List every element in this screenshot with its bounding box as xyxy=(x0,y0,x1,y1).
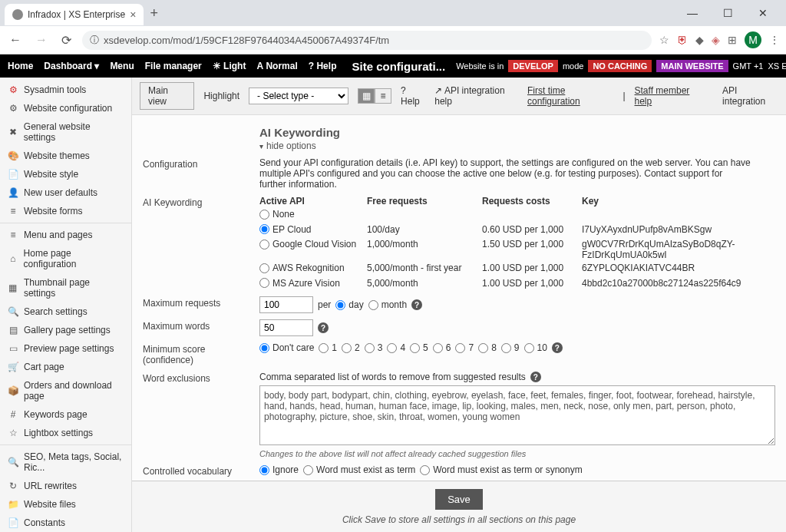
radio-score-6[interactable]: 6 xyxy=(433,342,451,353)
sidebar-label: General website settings xyxy=(24,121,124,143)
sidebar-item[interactable]: 📁Website files xyxy=(0,495,131,514)
menu-normal[interactable]: A Normal xyxy=(256,61,297,71)
sidebar-item[interactable]: 📄Constants xyxy=(0,514,131,532)
sidebar-item[interactable]: ▦Thumbnail page settings xyxy=(0,273,131,302)
sidebar-icon: 📄 xyxy=(8,517,18,528)
sidebar-item[interactable]: 📄Website style xyxy=(0,165,131,183)
help-icon[interactable]: ? xyxy=(552,342,563,353)
profile-avatar[interactable]: M xyxy=(745,31,761,48)
api-cell xyxy=(482,209,574,222)
radio-cv-syn[interactable]: Word must exist as term or synonym xyxy=(420,464,583,475)
toolbar-api-help[interactable]: ↗ API integration help xyxy=(434,85,518,107)
back-icon[interactable]: ← xyxy=(6,33,25,47)
sidebar-item[interactable]: ☆Lightbox settings xyxy=(0,424,131,442)
api-radio[interactable]: EP Cloud xyxy=(259,224,359,237)
toolbar-firsttime[interactable]: First time configuration xyxy=(527,85,613,107)
radio-score-4[interactable]: 4 xyxy=(387,342,405,353)
shield-icon[interactable]: ⛨ xyxy=(677,34,688,46)
puzzle-icon[interactable]: ⊞ xyxy=(728,34,737,46)
api-radio[interactable]: AWS Rekognition xyxy=(259,263,359,276)
api-radio[interactable]: Google Cloud Vision xyxy=(259,239,359,260)
reload-icon[interactable]: ⟳ xyxy=(58,33,74,48)
star-icon[interactable]: ☆ xyxy=(659,34,669,46)
sidebar-item[interactable]: #Keywords page xyxy=(0,405,131,424)
toolbar-help[interactable]: ? Help xyxy=(401,85,425,107)
help-icon[interactable]: ? xyxy=(530,372,541,382)
minimize-icon[interactable]: — xyxy=(682,7,703,19)
sidebar-label: Constants xyxy=(24,517,65,528)
menu-light[interactable]: ☀ Light xyxy=(213,61,246,71)
sidebar-item[interactable]: 🔍SEO, Meta tags, Social, Ric... xyxy=(0,448,131,477)
radio-score-9[interactable]: 9 xyxy=(501,342,520,353)
new-tab-button[interactable]: + xyxy=(150,5,158,21)
sidebar-item[interactable]: 🎨Website themes xyxy=(0,147,131,165)
toolbar-api-integration[interactable]: API integration xyxy=(722,85,778,107)
radio-score-3[interactable]: 3 xyxy=(365,342,383,353)
radio-score-5[interactable]: 5 xyxy=(410,342,428,353)
toolbar-staff[interactable]: Staff member help xyxy=(635,85,705,107)
mainview-button[interactable]: Main view xyxy=(140,82,194,110)
sidebar-item[interactable]: ⚙Website configuration xyxy=(0,99,131,117)
sidebar-item[interactable]: ⚙Sysadmin tools xyxy=(0,81,131,99)
sidebar-item[interactable]: 🛒Cart page xyxy=(0,358,131,376)
sidebar-item[interactable]: 🔍Search settings xyxy=(0,302,131,321)
sidebar-item[interactable]: ⌂Home page configuration xyxy=(0,244,131,273)
radio-score-10[interactable]: 10 xyxy=(524,342,547,353)
ext2-icon[interactable]: ◈ xyxy=(712,34,720,46)
sidebar-icon: # xyxy=(8,409,18,420)
sidebar-label: Preview page settings xyxy=(24,343,114,354)
menu-dashboard[interactable]: Dashboard ▾ xyxy=(44,61,99,71)
menu-icon[interactable]: ⋮ xyxy=(769,34,780,46)
address-bar: ← → ⟳ ⓘ xsdevelop.com/mod/1/59CF128F9764… xyxy=(0,26,786,54)
highlight-select[interactable]: - Select type - xyxy=(249,88,348,104)
menu-filemanager[interactable]: File manager xyxy=(145,61,202,71)
radio-score-1[interactable]: 1 xyxy=(319,342,337,353)
sidebar-item[interactable]: ✖General website settings xyxy=(0,117,131,147)
site-info-icon[interactable]: ⓘ xyxy=(90,34,99,47)
close-tab-icon[interactable]: × xyxy=(130,8,136,21)
radio-dontcare[interactable]: Don't care xyxy=(259,342,314,353)
favicon-icon xyxy=(12,9,23,20)
max-requests-input[interactable] xyxy=(259,296,313,313)
view-list-icon[interactable]: ≡ xyxy=(375,88,391,104)
ext1-icon[interactable]: ◆ xyxy=(695,34,704,46)
radio-score-7[interactable]: 7 xyxy=(455,342,474,353)
sidebar-item[interactable]: ≡Website forms xyxy=(0,202,131,220)
api-cell: I7UyXAyxdnUPufp8vAmBKSgw xyxy=(582,224,775,237)
sidebar-item[interactable]: 👤New user defaults xyxy=(0,183,131,202)
browser-tab[interactable]: Infradox | XS Enterprise × xyxy=(5,4,144,25)
forward-icon[interactable]: → xyxy=(32,33,51,47)
sidebar-icon: 🔍 xyxy=(8,457,18,468)
menu-help[interactable]: ? Help xyxy=(309,61,337,71)
maximize-icon[interactable]: ☐ xyxy=(717,7,738,19)
radio-day[interactable]: day xyxy=(335,299,363,310)
sidebar-item[interactable]: ≡Menu and pages xyxy=(0,226,131,244)
footer: Save Click Save to store all settings in… xyxy=(132,481,786,532)
close-window-icon[interactable]: ✕ xyxy=(752,7,774,19)
sidebar-icon: ▦ xyxy=(8,283,18,293)
word-exclusions-textarea[interactable] xyxy=(259,385,775,445)
sidebar-item[interactable]: 📦Orders and download page xyxy=(0,376,131,405)
config-text: Send your API configuration details (i.e… xyxy=(259,157,751,190)
hide-options-toggle[interactable]: ▾hide options xyxy=(259,140,775,151)
save-button[interactable]: Save xyxy=(435,489,483,510)
radio-cv-ignore[interactable]: Ignore xyxy=(259,464,299,475)
api-radio[interactable]: MS Azure Vision xyxy=(259,278,359,291)
radio-cv-term[interactable]: Word must exist as term xyxy=(303,464,415,475)
radio-month[interactable]: month xyxy=(368,299,407,310)
view-grid-icon[interactable]: ▦ xyxy=(358,88,375,104)
api-cell: 1.00 USD per 1,000 xyxy=(482,263,574,276)
menu-home[interactable]: Home xyxy=(8,61,33,71)
api-radio[interactable]: None xyxy=(259,209,359,222)
menu-menu[interactable]: Menu xyxy=(110,61,134,71)
radio-score-8[interactable]: 8 xyxy=(478,342,497,353)
sidebar-icon: ⚙ xyxy=(8,84,18,95)
help-icon[interactable]: ? xyxy=(318,322,329,333)
sidebar-item[interactable]: ▤Gallery page settings xyxy=(0,321,131,339)
sidebar-item[interactable]: ▭Preview page settings xyxy=(0,339,131,358)
sidebar-item[interactable]: ↻URL rewrites xyxy=(0,477,131,495)
max-words-input[interactable] xyxy=(259,319,313,336)
help-icon[interactable]: ? xyxy=(411,299,422,310)
radio-score-2[interactable]: 2 xyxy=(342,342,360,353)
url-input[interactable]: ⓘ xsdevelop.com/mod/1/59CF128F97644034A4… xyxy=(82,31,652,50)
